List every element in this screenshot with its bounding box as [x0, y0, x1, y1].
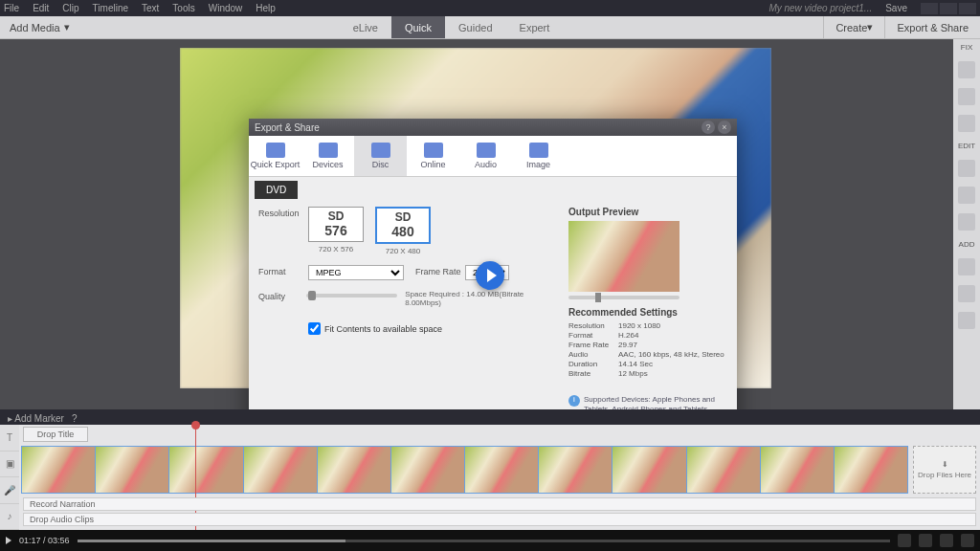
effects-icon[interactable]	[958, 88, 975, 105]
framerate-label: Frame Rate	[415, 265, 465, 276]
image-icon	[529, 143, 548, 158]
mode-quick[interactable]: Quick	[391, 16, 445, 38]
output-preview-title: Output Preview	[568, 207, 727, 217]
subtab-dvd[interactable]: DVD	[255, 181, 298, 199]
resolution-480-caption: 720 X 480	[386, 247, 420, 255]
adjust-icon[interactable]	[958, 61, 975, 78]
devices-icon	[319, 143, 338, 158]
format-label: Format	[258, 265, 308, 276]
playback-time: 01:17 / 03:56	[19, 536, 70, 545]
tab-quick-export[interactable]: Quick Export	[249, 136, 301, 176]
clip[interactable]	[464, 446, 539, 494]
minimize-icon[interactable]	[921, 3, 938, 14]
audio-track[interactable]: Drop Audio Clips	[23, 513, 976, 526]
resolution-576[interactable]: SD576	[308, 207, 364, 242]
clip[interactable]	[538, 446, 612, 494]
menu-tools[interactable]: Tools	[172, 3, 194, 13]
fullscreen-icon[interactable]	[961, 534, 974, 547]
clip[interactable]	[760, 446, 835, 494]
menu-timeline[interactable]: Timeline	[93, 3, 128, 13]
create-button[interactable]: Create ▾	[823, 16, 884, 38]
tab-image[interactable]: Image	[512, 136, 565, 176]
menu-help[interactable]: Help	[256, 3, 276, 13]
quality-slider[interactable]	[306, 294, 398, 298]
menu-edit[interactable]: Edit	[33, 3, 49, 13]
rail-fix-label: FIX	[961, 43, 972, 52]
graphics-icon[interactable]	[958, 312, 975, 329]
tools-icon[interactable]	[958, 115, 975, 132]
menu-text[interactable]: Text	[142, 3, 159, 13]
resolution-480[interactable]: SD480	[375, 207, 431, 244]
title-track-icon[interactable]: T	[0, 425, 19, 452]
close-icon[interactable]	[959, 3, 976, 14]
dialog-title: Export & Share	[255, 122, 320, 133]
transitions-icon[interactable]	[958, 187, 975, 204]
disc-icon	[371, 143, 390, 158]
clip[interactable]	[612, 446, 686, 494]
narration-track[interactable]: Record Narration	[23, 497, 976, 511]
save-button[interactable]: Save	[885, 3, 907, 13]
dialog-close-icon[interactable]: ×	[718, 121, 731, 134]
audio-track-icon[interactable]: ♪	[0, 504, 19, 531]
right-rail: FIX EDIT ADD	[953, 39, 980, 409]
clip[interactable]	[168, 446, 243, 494]
maximize-icon[interactable]	[940, 3, 957, 14]
clip[interactable]	[390, 446, 465, 494]
volume-icon[interactable]	[919, 534, 932, 547]
preview-scrubber[interactable]	[568, 296, 679, 299]
add-media-button[interactable]: Add Media ▾	[0, 16, 79, 38]
resolution-label: Resolution	[258, 207, 308, 218]
online-icon	[424, 143, 443, 158]
export-share-button[interactable]: Export & Share	[884, 16, 980, 38]
clip[interactable]	[21, 446, 96, 494]
clip[interactable]	[317, 446, 391, 494]
clip[interactable]	[686, 446, 761, 494]
mode-elive[interactable]: eLive	[340, 16, 391, 38]
music-icon[interactable]	[958, 285, 975, 302]
help-icon[interactable]: ?	[702, 121, 715, 134]
project-title: My new video project1...	[768, 3, 872, 13]
video-player-bar: 01:17 / 03:56	[0, 530, 980, 551]
recommended-title: Recommended Settings	[568, 307, 727, 318]
big-play-button[interactable]	[476, 261, 504, 290]
cc-icon[interactable]	[898, 534, 911, 547]
rail-add-label: ADD	[959, 240, 975, 249]
add-marker-button[interactable]: ▸ Add Marker	[8, 413, 64, 424]
menu-file[interactable]: File	[4, 3, 19, 13]
tab-online[interactable]: Online	[407, 136, 459, 176]
fit-contents-label: Fit Contents to available space	[324, 324, 442, 334]
quick-export-icon	[266, 143, 285, 158]
menu-clip[interactable]: Clip	[62, 3, 78, 13]
settings-icon[interactable]	[940, 534, 953, 547]
markers-help-icon[interactable]: ?	[72, 413, 78, 424]
timeline: T ▣ 🎤 ♪ Drop Title ⬇Drop Files Here Reco…	[0, 425, 980, 530]
fx-icon[interactable]	[958, 160, 975, 177]
video-track-icon[interactable]: ▣	[0, 452, 19, 478]
info-icon: i	[568, 395, 580, 407]
menu-window[interactable]: Window	[209, 3, 243, 13]
mode-guided[interactable]: Guided	[445, 16, 505, 38]
video-track[interactable]: ⬇Drop Files Here	[21, 446, 976, 494]
drop-files-slot[interactable]: ⬇Drop Files Here	[913, 446, 976, 494]
tab-devices[interactable]: Devices	[301, 136, 354, 176]
tab-audio[interactable]: Audio	[459, 136, 512, 176]
clip[interactable]	[834, 446, 908, 494]
playback-scrubber[interactable]	[78, 540, 890, 542]
titles-icon[interactable]	[958, 258, 975, 276]
output-preview-thumb	[568, 221, 679, 292]
narration-track-icon[interactable]: 🎤	[0, 477, 19, 504]
clip[interactable]	[95, 446, 169, 494]
menu-bar: File Edit Clip Timeline Text Tools Windo…	[0, 0, 980, 16]
tab-disc[interactable]: Disc	[354, 136, 407, 176]
play-icon[interactable]	[6, 537, 11, 544]
format-select[interactable]: MPEG	[308, 265, 404, 280]
toolbar: Add Media ▾ eLive Quick Guided Expert Cr…	[0, 16, 980, 39]
drop-title-slot[interactable]: Drop Title	[23, 427, 88, 442]
export-tabs: Quick Export Devices Disc Online Audio I…	[249, 136, 737, 177]
audio-icon	[477, 143, 496, 158]
rail-edit-label: EDIT	[958, 142, 975, 150]
clip[interactable]	[243, 446, 318, 494]
mode-expert[interactable]: Expert	[506, 16, 564, 38]
fit-contents-checkbox[interactable]	[308, 322, 321, 335]
color-icon[interactable]	[958, 213, 975, 231]
